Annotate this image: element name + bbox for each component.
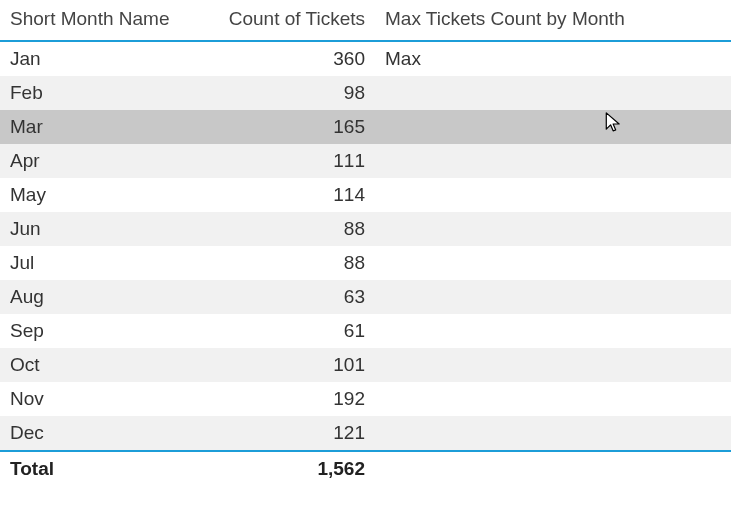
table-row[interactable]: Jun 88	[0, 212, 731, 246]
cell-count: 111	[200, 144, 375, 178]
cell-count: 88	[200, 212, 375, 246]
cell-max	[375, 212, 731, 246]
cell-month: Dec	[0, 416, 200, 451]
cell-max: Max	[375, 41, 731, 76]
cell-month: Jan	[0, 41, 200, 76]
tickets-table[interactable]: Short Month Name Count of Tickets Max Ti…	[0, 0, 731, 488]
cell-month: Sep	[0, 314, 200, 348]
cell-max	[375, 280, 731, 314]
total-count: 1,562	[200, 451, 375, 488]
cell-max	[375, 382, 731, 416]
col-header-count[interactable]: Count of Tickets	[200, 0, 375, 41]
cell-count: 101	[200, 348, 375, 382]
table-row[interactable]: Aug 63	[0, 280, 731, 314]
table-row[interactable]: Nov 192	[0, 382, 731, 416]
col-header-max[interactable]: Max Tickets Count by Month	[375, 0, 731, 41]
table-row[interactable]: Jan 360 Max	[0, 41, 731, 76]
cell-count: 63	[200, 280, 375, 314]
cell-month: May	[0, 178, 200, 212]
cell-max	[375, 110, 731, 144]
table-row[interactable]: Mar 165	[0, 110, 731, 144]
table-body: Jan 360 Max Feb 98 Mar 165 Apr 111 May 1…	[0, 41, 731, 451]
cell-count: 360	[200, 41, 375, 76]
table-row[interactable]: Jul 88	[0, 246, 731, 280]
table-row[interactable]: Feb 98	[0, 76, 731, 110]
table-row[interactable]: Dec 121	[0, 416, 731, 451]
cell-count: 88	[200, 246, 375, 280]
cell-max	[375, 76, 731, 110]
table-row[interactable]: Apr 111	[0, 144, 731, 178]
cell-month: Aug	[0, 280, 200, 314]
cell-count: 165	[200, 110, 375, 144]
cell-count: 114	[200, 178, 375, 212]
cell-count: 192	[200, 382, 375, 416]
cell-count: 98	[200, 76, 375, 110]
table-row[interactable]: May 114	[0, 178, 731, 212]
cell-month: Jun	[0, 212, 200, 246]
cell-max	[375, 314, 731, 348]
cell-max	[375, 178, 731, 212]
cell-month: Mar	[0, 110, 200, 144]
cell-max	[375, 348, 731, 382]
table-footer: Total 1,562	[0, 451, 731, 488]
table-row[interactable]: Oct 101	[0, 348, 731, 382]
cell-month: Apr	[0, 144, 200, 178]
cell-count: 61	[200, 314, 375, 348]
cell-month: Oct	[0, 348, 200, 382]
cell-max	[375, 416, 731, 451]
table-header: Short Month Name Count of Tickets Max Ti…	[0, 0, 731, 41]
cell-month: Jul	[0, 246, 200, 280]
col-header-month[interactable]: Short Month Name	[0, 0, 200, 41]
cell-max	[375, 144, 731, 178]
table-row[interactable]: Sep 61	[0, 314, 731, 348]
total-label: Total	[0, 451, 200, 488]
cell-month: Nov	[0, 382, 200, 416]
cell-count: 121	[200, 416, 375, 451]
cell-max	[375, 246, 731, 280]
total-max	[375, 451, 731, 488]
cell-month: Feb	[0, 76, 200, 110]
